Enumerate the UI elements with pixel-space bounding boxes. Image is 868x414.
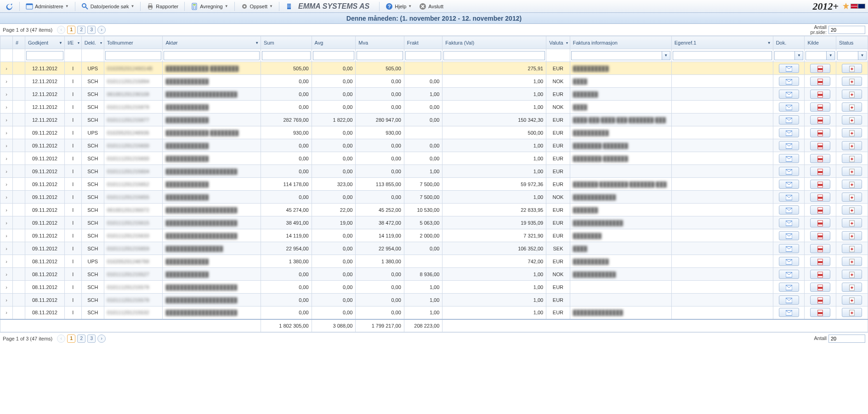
mail-button[interactable] xyxy=(779,295,799,305)
pdf-button[interactable] xyxy=(810,102,830,112)
pdf-button[interactable] xyxy=(810,115,830,125)
flag-no-icon[interactable] xyxy=(851,4,858,9)
table-row[interactable]: ›09.11.2012ISCH010111201215604██████████… xyxy=(0,165,868,178)
mail-button[interactable] xyxy=(779,141,799,150)
company-selector[interactable]: EMMA SYSTEMS AS xyxy=(282,1,376,11)
add-button[interactable] xyxy=(842,244,862,253)
filter-aktor[interactable] xyxy=(164,51,260,60)
mail-button[interactable] xyxy=(779,167,799,176)
mail-button[interactable] xyxy=(779,205,799,215)
filter-fval[interactable] xyxy=(443,51,545,60)
add-button[interactable] xyxy=(842,141,862,150)
expand-icon[interactable]: › xyxy=(0,268,13,281)
filter-status-dd[interactable]: ▼ xyxy=(858,51,867,60)
filter-frakt[interactable] xyxy=(405,51,441,60)
pdf-button[interactable] xyxy=(810,180,830,189)
pager-page-1[interactable]: 1 xyxy=(67,26,75,34)
filter-sum[interactable] xyxy=(262,51,310,60)
add-button[interactable] xyxy=(842,128,862,137)
add-button[interactable] xyxy=(842,167,862,176)
table-row[interactable]: ›12.11.2012ISCH010111201215894██████████… xyxy=(0,75,868,88)
col-aktor[interactable]: Aktør▼ xyxy=(163,36,261,49)
filter-kilde-dd[interactable]: ▼ xyxy=(827,51,835,60)
expand-icon[interactable]: › xyxy=(0,165,13,178)
table-row[interactable]: ›08.11.2012ISCH010111201215578██████████… xyxy=(0,281,868,294)
pdf-button[interactable] xyxy=(810,128,830,137)
pdf-button[interactable] xyxy=(810,154,830,163)
expand-icon[interactable]: › xyxy=(0,152,13,165)
table-row[interactable]: ›09.11.2012ISCH010111201215600██████████… xyxy=(0,139,868,152)
pager-next-bottom[interactable]: › xyxy=(97,335,106,343)
hjelp-button[interactable]: ?Hjelp▼ xyxy=(382,1,415,11)
table-row[interactable]: ›12.11.2012ISCH061001201230108██████████… xyxy=(0,88,868,101)
mail-button[interactable] xyxy=(779,218,799,227)
rapporter-button[interactable]: Rapporter xyxy=(143,1,182,11)
pager-page-2[interactable]: 2 xyxy=(77,26,85,34)
table-row[interactable]: ›09.11.2012ISCH010111201215652██████████… xyxy=(0,178,868,191)
add-button[interactable] xyxy=(842,90,862,99)
add-button[interactable] xyxy=(842,283,862,292)
filter-egenref[interactable] xyxy=(673,51,772,60)
expand-icon[interactable]: › xyxy=(0,294,13,306)
pdf-button[interactable] xyxy=(810,167,830,176)
mail-button[interactable] xyxy=(779,90,799,99)
expand-icon[interactable]: › xyxy=(0,229,13,242)
mail-button[interactable] xyxy=(779,283,799,292)
expand-icon[interactable]: › xyxy=(0,191,13,204)
pager-prev-bottom[interactable]: ‹ xyxy=(57,335,65,343)
table-row[interactable]: ›08.11.2012ISCH010111201215527██████████… xyxy=(0,268,868,281)
expand-icon[interactable]: › xyxy=(0,75,13,88)
pdf-button[interactable] xyxy=(810,270,830,279)
expand-icon[interactable]: › xyxy=(0,255,13,268)
table-row[interactable]: ›08.11.2012ISCH010111201215532██████████… xyxy=(0,306,868,319)
expand-icon[interactable]: › xyxy=(0,139,13,152)
col-avg[interactable]: Avg xyxy=(312,36,356,49)
expand-icon[interactable]: › xyxy=(0,101,13,113)
filter-dok-dd[interactable]: ▼ xyxy=(795,51,803,60)
expand-icon[interactable]: › xyxy=(0,62,13,75)
table-row[interactable]: ›09.11.2012IUPS010205201248936██████████… xyxy=(0,126,868,139)
add-button[interactable] xyxy=(842,270,862,279)
page-size-input-bottom[interactable] xyxy=(828,335,865,343)
col-valuta[interactable]: Valuta▾ xyxy=(546,36,570,49)
mail-button[interactable] xyxy=(779,244,799,253)
filter-mva[interactable] xyxy=(357,51,403,60)
add-button[interactable] xyxy=(842,295,862,305)
mail-button[interactable] xyxy=(779,193,799,202)
pdf-button[interactable] xyxy=(810,295,830,305)
col-egenref[interactable]: Egenref.1▼ xyxy=(671,36,773,49)
pdf-button[interactable] xyxy=(810,205,830,215)
mail-button[interactable] xyxy=(779,270,799,279)
col-sum[interactable]: Sum xyxy=(261,36,312,49)
pager-next[interactable]: › xyxy=(97,26,106,34)
datosok-button[interactable]: Dato/periode søk▼ xyxy=(78,1,138,11)
table-row[interactable]: ›09.11.2012ISCH010111201215615██████████… xyxy=(0,216,868,229)
filter-status[interactable] xyxy=(837,51,858,60)
mail-button[interactable] xyxy=(779,64,799,73)
add-button[interactable] xyxy=(842,218,862,227)
col-dekl[interactable]: Dekl.▾ xyxy=(81,36,104,49)
mail-button[interactable] xyxy=(779,115,799,125)
col-godkjent[interactable]: Godkjent▼ xyxy=(25,36,65,49)
pdf-button[interactable] xyxy=(810,257,830,266)
pdf-button[interactable] xyxy=(810,231,830,240)
expand-icon[interactable]: › xyxy=(0,204,13,216)
administrere-button[interactable]: Administrere▼ xyxy=(23,1,72,11)
mail-button[interactable] xyxy=(779,77,799,86)
add-button[interactable] xyxy=(842,308,862,317)
language-flags[interactable] xyxy=(851,4,865,9)
expand-icon[interactable]: › xyxy=(0,88,13,101)
table-row[interactable]: ›12.11.2012ISCH010111201215878██████████… xyxy=(0,101,868,113)
add-button[interactable] xyxy=(842,77,862,86)
pager-page-3-bottom[interactable]: 3 xyxy=(87,335,96,343)
col-frakt[interactable]: Frakt xyxy=(404,36,442,49)
add-button[interactable] xyxy=(842,205,862,215)
expand-icon[interactable]: › xyxy=(0,281,13,294)
col-faktura-info[interactable]: Faktura informasjon xyxy=(570,36,671,49)
mail-button[interactable] xyxy=(779,180,799,189)
avslutt-button[interactable]: Avslutt xyxy=(416,1,447,11)
add-button[interactable] xyxy=(842,180,862,189)
add-button[interactable] xyxy=(842,231,862,240)
pager-prev[interactable]: ‹ xyxy=(57,26,65,34)
expand-icon[interactable]: › xyxy=(0,126,13,139)
